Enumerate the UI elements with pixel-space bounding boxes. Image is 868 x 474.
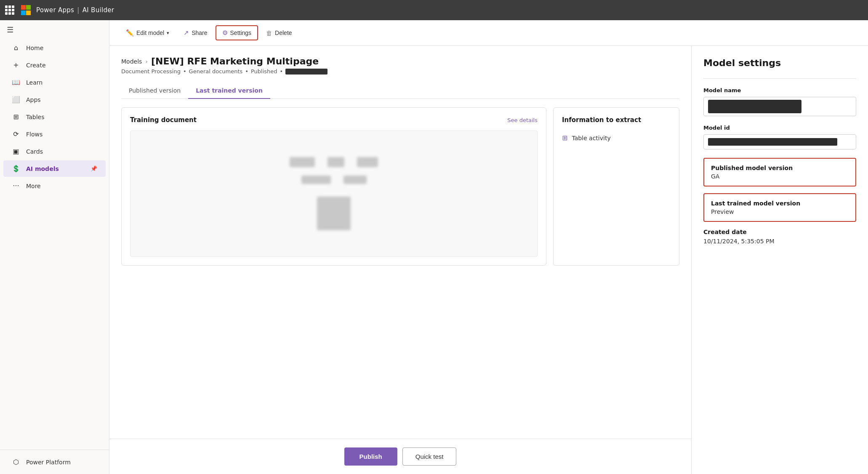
breadcrumb-models-link[interactable]: Models — [121, 58, 142, 65]
sidebar-label-home: Home — [26, 45, 43, 51]
toolbar: ✏️ Edit model ▾ ↗ Share ⚙ Settings 🗑 Del… — [109, 20, 868, 46]
sidebar-label-cards: Cards — [26, 148, 43, 155]
document-preview — [130, 130, 538, 257]
created-date-value: 10/11/2024, 5:35:05 PM — [703, 238, 856, 245]
published-version-box: Published model version GA — [703, 158, 856, 186]
blur-block-main — [317, 197, 351, 230]
panels-row: Training document See details — [121, 107, 679, 266]
flows-icon: ⟳ — [12, 130, 20, 138]
sidebar-item-learn[interactable]: 📖 Learn — [3, 74, 106, 91]
model-id-redacted — [708, 138, 837, 146]
settings-button[interactable]: ⚙ Settings — [216, 25, 258, 40]
waffle-menu[interactable] — [5, 5, 14, 15]
ai-models-icon: 💲 — [12, 165, 20, 173]
breadcrumb: Models › [NEW] RFE Marketing Multipage — [121, 56, 679, 67]
model-id-box — [703, 134, 856, 149]
subtitle-type: Document Processing — [121, 68, 181, 75]
page-content: Models › [NEW] RFE Marketing Multipage D… — [109, 46, 691, 439]
sidebar-label-create: Create — [26, 62, 46, 69]
delete-button[interactable]: 🗑 Delete — [260, 26, 298, 40]
last-trained-version-box: Last trained model version Preview — [703, 193, 856, 222]
settings-label: Settings — [230, 29, 252, 36]
model-settings-panel: Model settings Model name Model id — [691, 46, 868, 474]
delete-label: Delete — [275, 29, 292, 36]
sidebar-item-more[interactable]: ··· More — [3, 178, 106, 194]
subtitle-category: General documents — [189, 68, 243, 75]
blur-block-2 — [327, 157, 344, 167]
last-trained-version-value: Preview — [711, 208, 849, 215]
last-trained-version-label: Last trained model version — [711, 200, 849, 207]
settings-divider — [703, 78, 856, 79]
settings-icon: ⚙ — [222, 29, 228, 37]
sidebar-label-tables: Tables — [26, 114, 45, 120]
tabs: Published version Last trained version — [121, 83, 679, 99]
blur-block-1 — [290, 157, 315, 167]
app-name: Power Apps | AI Builder — [36, 6, 114, 14]
edit-model-label: Edit model — [136, 29, 164, 36]
page-title: [NEW] RFE Marketing Multipage — [151, 56, 319, 67]
model-name-input-wrapper — [703, 97, 856, 116]
sidebar-item-power-platform[interactable]: ⬡ Power Platform — [3, 454, 106, 470]
sidebar-item-apps[interactable]: ⬜ Apps — [3, 91, 106, 108]
sidebar-item-tables[interactable]: ⊞ Tables — [3, 109, 106, 125]
training-panel-title: Training document — [130, 116, 197, 124]
main-layout: ☰ ⌂ Home + Create 📖 Learn ⬜ Apps ⊞ Table… — [0, 20, 868, 474]
training-document-panel: Training document See details — [121, 107, 546, 266]
model-id-label: Model id — [703, 125, 856, 131]
sidebar-label-power-platform: Power Platform — [26, 459, 71, 466]
chevron-down-icon: ▾ — [167, 30, 169, 36]
training-panel-header: Training document See details — [130, 116, 538, 124]
more-icon: ··· — [12, 182, 20, 190]
publish-button[interactable]: Publish — [344, 447, 397, 466]
model-id-field: Model id — [703, 125, 856, 149]
quick-test-button[interactable]: Quick test — [402, 447, 457, 466]
model-settings-title: Model settings — [703, 58, 856, 68]
breadcrumb-separator: › — [145, 58, 148, 65]
extract-item-table-activity: ⊞ Table activity — [562, 130, 671, 145]
tab-published-version[interactable]: Published version — [121, 83, 188, 99]
edit-icon: ✏️ — [126, 29, 134, 37]
subtitle-status: Published — [251, 68, 277, 75]
model-name-field: Model name — [703, 87, 856, 116]
sidebar-label-flows: Flows — [26, 131, 43, 138]
published-version-label: Published model version — [711, 165, 849, 171]
published-version-value: GA — [711, 173, 849, 180]
sidebar-item-cards[interactable]: ▣ Cards — [3, 143, 106, 160]
apps-icon: ⬜ — [12, 96, 20, 104]
tab-last-trained-version[interactable]: Last trained version — [188, 83, 270, 99]
content-area: Models › [NEW] RFE Marketing Multipage D… — [109, 46, 691, 474]
sidebar-label-ai-models: AI models — [26, 165, 59, 172]
blur-block-4 — [301, 176, 331, 184]
see-details-link[interactable]: See details — [507, 117, 538, 123]
learn-icon: 📖 — [12, 78, 20, 86]
blur-row-2 — [301, 176, 367, 184]
share-icon: ↗ — [184, 29, 189, 37]
create-icon: + — [12, 61, 20, 69]
tables-icon: ⊞ — [12, 113, 20, 121]
info-extract-panel: Information to extract ⊞ Table activity — [553, 107, 679, 266]
blur-block-3 — [357, 157, 378, 167]
home-icon: ⌂ — [12, 44, 20, 52]
extract-item-label: Table activity — [572, 135, 610, 141]
blur-block-5 — [343, 176, 367, 184]
model-name-redacted — [708, 100, 801, 113]
cards-icon: ▣ — [12, 147, 20, 155]
sidebar-toggle[interactable]: ☰ — [0, 20, 109, 39]
sidebar-item-flows[interactable]: ⟳ Flows — [3, 126, 106, 142]
edit-model-button[interactable]: ✏️ Edit model ▾ — [120, 26, 176, 40]
sidebar-item-home[interactable]: ⌂ Home — [3, 40, 106, 56]
power-platform-icon: ⬡ — [12, 458, 20, 466]
share-button[interactable]: ↗ Share — [177, 26, 213, 40]
sidebar-item-create[interactable]: + Create — [3, 57, 106, 73]
sidebar-item-ai-models[interactable]: 💲 AI models 📌 — [3, 160, 106, 177]
created-date-label: Created date — [703, 229, 856, 235]
created-date-field: Created date 10/11/2024, 5:35:05 PM — [703, 229, 856, 245]
topbar: Power Apps | AI Builder — [0, 0, 868, 20]
blur-row-1 — [290, 157, 378, 167]
model-name-label: Model name — [703, 87, 856, 93]
sidebar-label-more: More — [26, 183, 41, 189]
sidebar-bottom: ⬡ Power Platform — [0, 450, 109, 474]
info-extract-title: Information to extract — [562, 116, 671, 124]
share-label: Share — [192, 29, 207, 36]
sidebar-label-learn: Learn — [26, 79, 43, 86]
